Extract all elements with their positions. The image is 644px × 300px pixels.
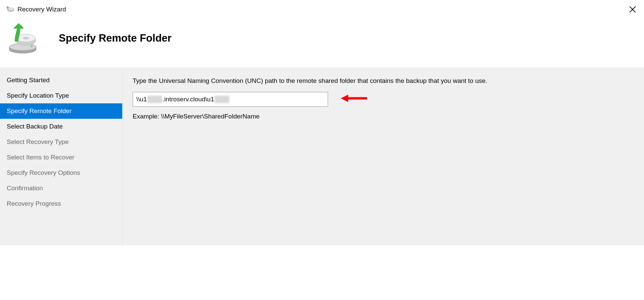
step-select-recovery-type: Select Recovery Type: [0, 134, 122, 150]
step-getting-started[interactable]: Getting Started: [0, 72, 122, 88]
svg-point-1: [8, 8, 14, 10]
step-specify-remote-folder[interactable]: Specify Remote Folder: [0, 103, 122, 119]
step-select-items-to-recover: Select Items to Recover: [0, 150, 122, 165]
step-confirmation: Confirmation: [0, 181, 122, 196]
pointer-arrow-icon: [341, 93, 368, 105]
svg-point-7: [31, 45, 33, 47]
path-prefix: \\u1: [136, 96, 147, 103]
example-text: Example: \\MyFileServer\SharedFolderName: [133, 113, 634, 120]
svg-point-10: [23, 37, 29, 40]
main-panel: Type the Universal Naming Convention (UN…: [123, 68, 644, 245]
unc-path-input[interactable]: \\u1███.introserv.cloud\u1███: [133, 92, 328, 107]
recovery-wizard-small-icon: [6, 5, 14, 13]
close-button[interactable]: [627, 4, 638, 15]
instruction-text: Type the Universal Naming Convention (UN…: [133, 76, 495, 86]
path-mid: .introserv.cloud\u1: [163, 96, 214, 103]
step-select-backup-date[interactable]: Select Backup Date: [0, 119, 122, 134]
step-specify-recovery-options: Specify Recovery Options: [0, 165, 122, 181]
window-title: Recovery Wizard: [17, 6, 66, 13]
svg-marker-12: [341, 95, 348, 102]
wizard-steps-sidebar: Getting Started Specify Location Type Sp…: [0, 68, 123, 245]
path-redacted-2: ███: [215, 96, 229, 103]
step-specify-location-type[interactable]: Specify Location Type: [0, 88, 122, 103]
recovery-wizard-icon: [7, 22, 39, 54]
page-title: Specify Remote Folder: [59, 32, 172, 44]
path-redacted-1: ███: [147, 96, 162, 103]
step-recovery-progress: Recovery Progress: [0, 196, 122, 211]
